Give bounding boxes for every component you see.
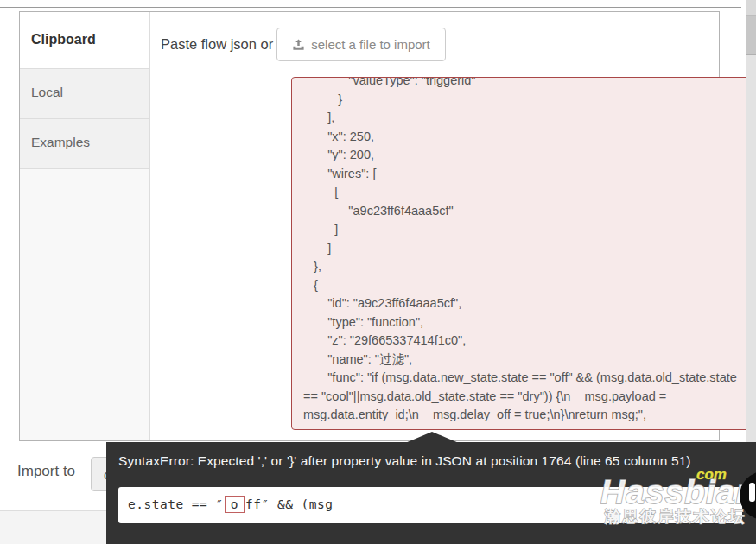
syntax-error-tooltip: SyntaxError: Expected ',' or '}' after p… <box>106 442 756 544</box>
import-type-tabs: Clipboard Local Examples <box>20 12 150 440</box>
scrollbar-thumb[interactable] <box>746 16 756 55</box>
tab-examples[interactable]: Examples <box>20 118 149 168</box>
code-error-char: o <box>225 496 245 513</box>
modal-top-border <box>0 7 741 8</box>
error-code-line: e.state == ″off″ && (msg <box>128 496 334 513</box>
tab-clipboard[interactable]: Clipboard <box>20 12 149 68</box>
paste-flow-label: Paste flow json or <box>161 36 273 53</box>
floating-button-icon <box>749 483 755 502</box>
code-before: e.state == ″ <box>128 497 224 511</box>
flow-json-content: "valueType": "triggerid" } ], "x": 250, … <box>303 77 756 430</box>
scrollbar-up-button[interactable] <box>746 0 756 16</box>
import-dialog: Clipboard Local Examples Paste flow json… <box>19 11 720 441</box>
tab-local[interactable]: Local <box>20 68 149 118</box>
select-file-button-label: select a file to import <box>311 37 430 52</box>
import-to-label: Import to <box>17 463 75 480</box>
upload-icon <box>292 38 305 51</box>
syntax-error-message: SyntaxError: Expected ',' or '}' after p… <box>118 453 753 469</box>
code-after: ff″ && (msg <box>245 497 334 511</box>
error-code-box: e.state == ″off″ && (msg <box>118 487 742 523</box>
select-file-button[interactable]: select a file to import <box>276 28 446 61</box>
clipboard-pane: Paste flow json or select a file to impo… <box>150 12 719 440</box>
sidebar-filler <box>20 168 149 440</box>
flow-json-textarea[interactable]: "valueType": "triggerid" } ], "x": 250, … <box>291 77 756 430</box>
